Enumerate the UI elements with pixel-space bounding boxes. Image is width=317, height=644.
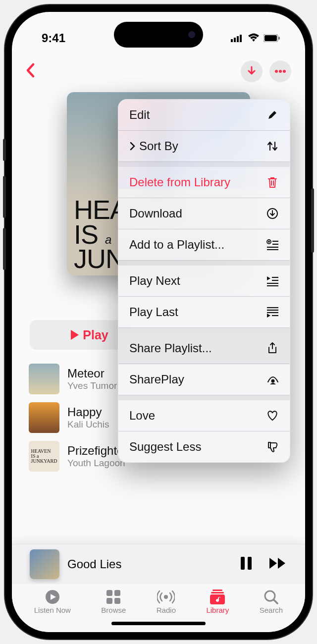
thumbs-down-icon	[266, 440, 279, 453]
menu-item-delete[interactable]: Delete from Library	[118, 167, 290, 198]
radio-icon	[157, 589, 175, 605]
svg-point-37	[271, 379, 275, 383]
home-indicator[interactable]	[111, 622, 206, 625]
search-icon	[264, 589, 278, 605]
menu-item-add-playlist[interactable]: Add to a Playlist...	[118, 229, 290, 261]
context-menu: Edit Sort By Delete from Library Downloa…	[118, 99, 290, 463]
menu-item-edit[interactable]: Edit	[118, 100, 290, 131]
play-last-icon	[266, 306, 279, 319]
menu-item-share-playlist[interactable]: Share Playlist...	[118, 333, 290, 364]
tab-listen-now[interactable]: Listen Now	[34, 589, 71, 614]
track-artwork	[29, 402, 59, 433]
share-icon	[266, 342, 279, 355]
svg-rect-1	[234, 38, 236, 42]
svg-rect-5	[264, 35, 277, 41]
more-nav-button[interactable]	[269, 60, 291, 82]
heart-icon	[266, 409, 279, 422]
svg-rect-11	[248, 557, 252, 570]
shareplay-icon	[266, 373, 279, 386]
wifi-icon	[248, 31, 260, 45]
next-track-icon[interactable]	[268, 557, 287, 572]
svg-line-22	[274, 600, 277, 603]
trash-icon	[266, 176, 279, 189]
tab-browse[interactable]: Browse	[101, 589, 126, 614]
svg-rect-13	[106, 590, 112, 596]
svg-rect-16	[114, 598, 120, 604]
svg-point-9	[283, 70, 286, 73]
svg-point-7	[275, 70, 278, 73]
library-icon	[210, 589, 225, 605]
tab-search[interactable]: Search	[260, 589, 283, 614]
svg-rect-19	[211, 592, 224, 593]
tab-library[interactable]: Library	[206, 589, 229, 614]
pencil-icon	[266, 108, 279, 121]
now-playing-artwork	[30, 549, 59, 579]
svg-rect-18	[212, 590, 222, 591]
menu-item-play-last[interactable]: Play Last	[118, 297, 290, 328]
svg-rect-2	[237, 36, 239, 42]
download-nav-button[interactable]	[241, 60, 263, 82]
svg-point-8	[279, 70, 282, 73]
menu-item-sort[interactable]: Sort By	[118, 131, 290, 162]
menu-item-download[interactable]: Download	[118, 198, 290, 229]
status-time: 9:41	[42, 31, 65, 45]
menu-item-play-next[interactable]: Play Next	[118, 266, 290, 297]
svg-rect-3	[240, 35, 242, 42]
svg-point-17	[164, 595, 168, 599]
play-next-icon	[266, 274, 279, 287]
grid-icon	[106, 589, 121, 605]
now-playing-title: Good Lies	[67, 557, 232, 571]
add-to-list-icon	[266, 238, 279, 251]
track-artwork: HEAVENIS aJUNKYARD	[29, 441, 59, 472]
play-circle-icon	[45, 589, 60, 605]
track-artwork	[29, 364, 59, 394]
tab-radio[interactable]: Radio	[157, 589, 176, 614]
menu-item-suggest-less[interactable]: Suggest Less	[118, 431, 290, 462]
now-playing-bar[interactable]: Good Lies	[12, 544, 305, 584]
svg-rect-6	[278, 37, 280, 40]
svg-rect-14	[114, 590, 120, 596]
sort-arrows-icon	[266, 140, 279, 153]
back-button[interactable]	[26, 63, 36, 80]
menu-item-love[interactable]: Love	[118, 400, 290, 431]
pause-icon[interactable]	[240, 556, 253, 573]
svg-rect-10	[241, 557, 245, 570]
menu-item-shareplay[interactable]: SharePlay	[118, 364, 290, 395]
svg-rect-0	[231, 39, 233, 42]
svg-rect-15	[106, 598, 112, 604]
chevron-right-icon	[129, 142, 135, 151]
cellular-icon	[231, 31, 244, 45]
download-circle-icon	[266, 207, 279, 220]
battery-icon	[264, 31, 280, 45]
